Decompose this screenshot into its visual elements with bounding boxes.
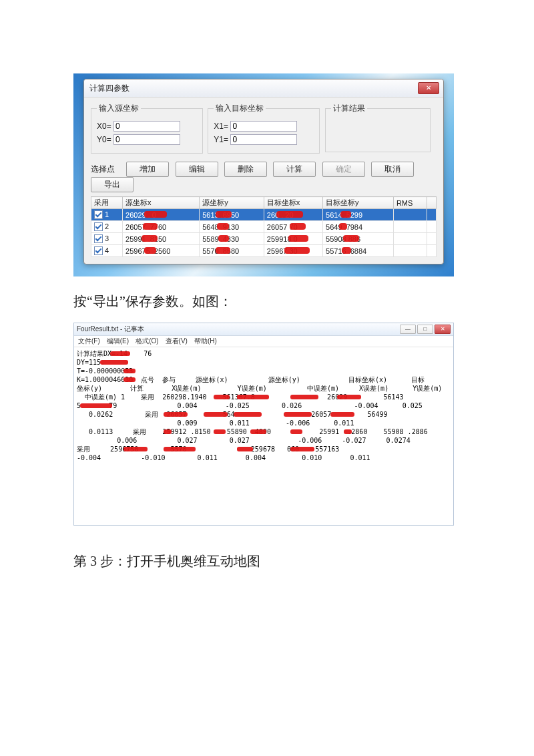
x0-label: X0= [97,122,111,131]
x1-input[interactable] [230,121,297,132]
table-header[interactable]: 目标坐标y [323,197,394,209]
group-source-label: 输入源坐标 [97,103,141,114]
group-target: 输入目标坐标 X1= Y1= [208,103,320,154]
table-cell: 5570 .8580 [200,245,264,257]
table-cell: 25991 .8150 [123,233,200,245]
table-header[interactable]: RMS [393,197,427,209]
menu-item[interactable]: 文件(F) [78,337,100,345]
calc-button[interactable]: 计算 [273,162,316,177]
table-row[interactable]: 126029 . 05613 .6950260 . 205614 .5299 [91,209,437,221]
table-cell: 55908 886 [323,233,394,245]
dialog-titlebar: 计算四参数 ✕ [84,79,443,98]
table-row[interactable]: 4259675 .25605570 .858025967 3055716 .68… [91,245,437,257]
table-cell: 26057 70 [264,221,322,233]
delete-button[interactable]: 删除 [224,162,267,177]
group-target-label: 输入目标坐标 [214,103,266,114]
y1-label: Y1= [214,135,228,144]
y1-input[interactable] [230,134,297,145]
menu-item[interactable]: 编辑(E) [107,337,129,345]
maximize-icon[interactable]: □ [417,325,433,334]
menu-item[interactable]: 查看(V) [166,337,188,345]
table-cell: 259675 .2560 [123,245,200,257]
menu-item[interactable]: 格式(O) [136,337,158,345]
notepad-menubar[interactable]: 文件(F)编辑(E)格式(O)查看(V)帮助(H) [74,336,453,347]
close-icon[interactable]: ✕ [435,325,451,334]
ok-button[interactable]: 确定 [322,162,365,177]
table-row[interactable]: 325991 .81505589 .4330259918 055908 886 [91,233,437,245]
group-result: 计算结果 [325,103,431,152]
menu-item[interactable]: 帮助(H) [194,337,217,345]
table-cell: 5589 .4330 [200,233,264,245]
table-header[interactable]: 源坐标y [200,197,264,209]
table-cell: 260 . 20 [264,209,322,221]
x0-input[interactable] [113,121,180,132]
calc-four-params-dialog: 计算四参数 ✕ 输入源坐标 X0= Y0= 输入目标坐标 [83,79,444,264]
group-result-label: 计算结果 [331,103,367,114]
select-point-label: 选择点 [91,164,124,175]
table-cell: 5649 .7984 [323,221,394,233]
checkbox-icon[interactable] [94,234,103,243]
add-button[interactable]: 增加 [126,162,169,177]
close-icon[interactable]: ✕ [418,82,439,94]
group-source: 输入源坐标 X0= Y0= [91,103,203,154]
y0-input[interactable] [113,134,180,145]
checkbox-icon[interactable] [94,210,103,219]
y0-label: Y0= [97,135,111,144]
table-cell: 55716 .6884 [323,245,394,257]
notepad-body[interactable]: 计算结果DX=-14 76DY=115. T=-0.000000053 K=1.… [74,347,453,525]
screenshot-notepad: FourResult.txt - 记事本 — □ ✕ 文件(F)编辑(E)格式(… [73,323,454,526]
table-cell: 5648 .9130 [200,221,264,233]
screenshot-dialog: 计算四参数 ✕ 输入源坐标 X0= Y0= 输入目标坐标 [73,73,454,276]
notepad-titlebar: FourResult.txt - 记事本 — □ ✕ [74,323,453,336]
dialog-title: 计算四参数 [89,83,129,94]
table-header[interactable]: 源坐标x [123,197,200,209]
toolbar: 选择点 增加 编辑 删除 计算 确定 取消 导出 [91,159,437,196]
x1-label: X1= [214,122,228,131]
table-cell: 26029 . 0 [123,209,200,221]
minimize-icon[interactable]: — [400,325,416,334]
checkbox-icon[interactable] [94,222,103,231]
checkbox-icon[interactable] [94,246,103,255]
table-cell: 26057 .7760 [123,221,200,233]
edit-button[interactable]: 编辑 [176,162,218,177]
export-button[interactable]: 导出 [91,177,134,192]
table-cell: 5613 .6950 [200,209,264,221]
table-header[interactable]: 目标坐标x [264,197,322,209]
table-cell: 25967 30 [264,245,322,257]
prose-export: 按“导出”保存参数。如图： [73,293,461,311]
cancel-button[interactable]: 取消 [371,162,414,177]
prose-step3: 第 3 步：打开手机奥维互动地图 [73,552,461,570]
table-cell: 5614 .5299 [323,209,394,221]
table-cell: 259918 0 [264,233,322,245]
coords-table[interactable]: 采用源坐标x源坐标y目标坐标x目标坐标yRMS 126029 . 05613 .… [91,196,437,257]
table-header[interactable]: 采用 [91,197,123,209]
notepad-title: FourResult.txt - 记事本 [77,325,144,334]
table-header[interactable] [427,197,437,209]
table-row[interactable]: 226057 .77605648 .913026057 705649 .7984 [91,221,437,233]
